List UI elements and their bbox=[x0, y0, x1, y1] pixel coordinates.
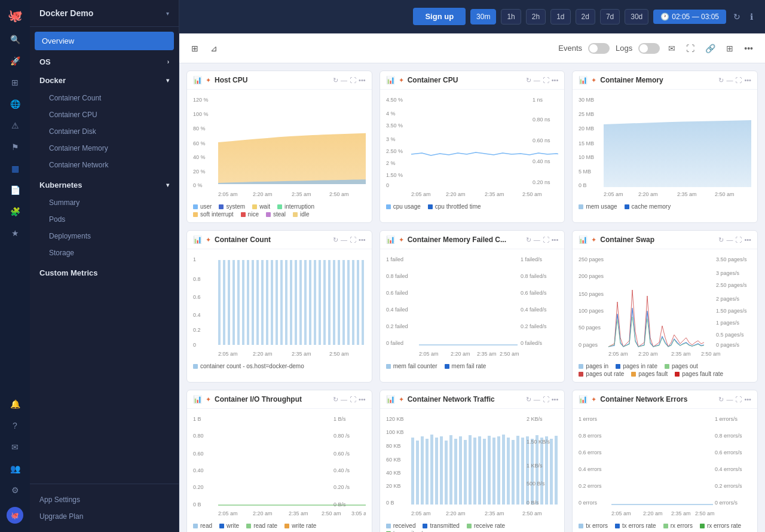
chart-more-container-count[interactable]: ••• bbox=[359, 236, 366, 244]
nav-sub-item-summary[interactable]: Summary bbox=[30, 194, 179, 211]
upgrade-plan-link[interactable]: Upgrade Plan bbox=[39, 508, 169, 525]
bell-icon[interactable]: 🔔 bbox=[10, 399, 20, 409]
help-icon[interactable]: ? bbox=[13, 421, 17, 430]
logs-toggle[interactable] bbox=[638, 43, 660, 54]
nav-item-custom-metrics[interactable]: Custom Metrics bbox=[30, 264, 179, 282]
chart-expand-host-cpu[interactable]: ⛶ bbox=[350, 77, 356, 84]
time-range-button[interactable]: 🕐 02:05 — 03:05 bbox=[653, 10, 726, 24]
chart-more-container-memory-failed[interactable]: ••• bbox=[552, 236, 559, 244]
signup-button[interactable]: Sign up bbox=[413, 8, 466, 25]
time-btn-30m[interactable]: 30m bbox=[470, 9, 496, 25]
chart-refresh-container-count[interactable]: ↻ bbox=[333, 236, 338, 244]
chart-more-host-cpu[interactable]: ••• bbox=[359, 77, 366, 84]
svg-text:2:50 am: 2:50 am bbox=[701, 351, 721, 357]
nav-sub-item-container-cpu[interactable]: Container CPU bbox=[30, 106, 179, 123]
chart-expand-container-memory-failed[interactable]: ⛶ bbox=[543, 236, 549, 244]
chart-refresh-container-cpu[interactable]: ↻ bbox=[526, 77, 531, 84]
time-btn-7d[interactable]: 7d bbox=[600, 9, 620, 25]
time-btn-2h[interactable]: 2h bbox=[526, 9, 546, 25]
chart-minimize-host-cpu[interactable]: — bbox=[341, 77, 347, 84]
nav-item-docker[interactable]: Docker ▾ bbox=[30, 71, 179, 90]
nav-sub-item-container-count[interactable]: Container Count bbox=[30, 90, 179, 106]
chart-refresh-container-memory-failed[interactable]: ↻ bbox=[526, 236, 531, 244]
time-btn-30d[interactable]: 30d bbox=[625, 9, 648, 25]
grid-icon[interactable]: ⊞ bbox=[11, 78, 19, 87]
user-avatar[interactable]: 🐙 bbox=[7, 507, 23, 524]
server-icon[interactable]: ▦ bbox=[11, 164, 19, 173]
refresh-button[interactable]: ↻ bbox=[731, 10, 743, 24]
chart-refresh-host-cpu[interactable]: ↻ bbox=[333, 77, 338, 84]
globe-icon[interactable]: 🌐 bbox=[10, 99, 20, 109]
more-options-button[interactable]: ••• bbox=[742, 41, 755, 56]
chart-actions-host-cpu: ↻ — ⛶ ••• bbox=[333, 77, 366, 84]
app-settings-link[interactable]: App Settings bbox=[39, 491, 169, 508]
chart-more-container-memory[interactable]: ••• bbox=[744, 77, 751, 84]
chart-minimize-container-network-errors[interactable]: — bbox=[726, 396, 733, 403]
chart-refresh-container-swap[interactable]: ↻ bbox=[718, 236, 724, 244]
chart-refresh-container-memory[interactable]: ↻ bbox=[718, 77, 724, 84]
chart-expand-container-io[interactable]: ⛶ bbox=[350, 396, 356, 403]
svg-rect-172 bbox=[521, 438, 524, 505]
puzzle-icon[interactable]: 🧩 bbox=[10, 207, 20, 216]
nav-sub-item-container-network[interactable]: Container Network bbox=[30, 157, 179, 173]
nav-item-os[interactable]: OS › bbox=[30, 53, 179, 71]
nav-item-overview[interactable]: Overview bbox=[35, 32, 174, 50]
settings-icon[interactable]: ⚙ bbox=[11, 485, 19, 495]
chart-more-container-network-errors[interactable]: ••• bbox=[744, 396, 751, 403]
svg-rect-78 bbox=[362, 260, 364, 345]
events-label: Events bbox=[558, 44, 582, 53]
mail-toolbar-icon[interactable]: ✉ bbox=[666, 41, 678, 56]
legend-container-swap: pages in pages in rate pages out pages o… bbox=[579, 363, 751, 377]
dashboard-grid-button[interactable]: ⊞ bbox=[189, 41, 201, 56]
file-icon[interactable]: 📄 bbox=[10, 185, 20, 195]
chart-minimize-container-network-traffic[interactable]: — bbox=[534, 396, 540, 403]
nav-sub-item-deployments[interactable]: Deployments bbox=[30, 228, 179, 244]
search-icon[interactable]: 🔍 bbox=[10, 35, 20, 44]
chart-minimize-container-io[interactable]: — bbox=[341, 396, 347, 403]
chart-more-container-cpu[interactable]: ••• bbox=[552, 77, 559, 84]
svg-rect-173 bbox=[526, 436, 529, 505]
chart-actions-container-cpu: ↻ — ⛶ ••• bbox=[526, 77, 559, 84]
link-icon[interactable]: 🔗 bbox=[703, 41, 718, 56]
chart-refresh-container-network-errors[interactable]: ↻ bbox=[718, 396, 724, 403]
chart-expand-container-swap[interactable]: ⛶ bbox=[735, 236, 742, 244]
time-btn-1d[interactable]: 1d bbox=[550, 9, 570, 25]
chart-more-container-swap[interactable]: ••• bbox=[744, 236, 751, 244]
chart-minimize-container-memory-failed[interactable]: — bbox=[534, 236, 540, 244]
flag-icon[interactable]: ⚑ bbox=[11, 142, 19, 152]
chart-expand-container-memory[interactable]: ⛶ bbox=[735, 77, 742, 84]
mail-icon[interactable]: ✉ bbox=[11, 442, 19, 452]
chart-minimize-container-memory[interactable]: — bbox=[726, 77, 733, 84]
chart-more-container-network-traffic[interactable]: ••• bbox=[552, 396, 559, 403]
nav-sub-item-container-disk[interactable]: Container Disk bbox=[30, 123, 179, 140]
team-icon[interactable]: 👥 bbox=[10, 464, 20, 473]
svg-rect-64 bbox=[295, 260, 297, 345]
puzzle-toolbar-icon[interactable]: ⊞ bbox=[724, 41, 736, 56]
chart-expand-container-network-errors[interactable]: ⛶ bbox=[735, 396, 742, 403]
alert-icon[interactable]: ⚠ bbox=[11, 121, 19, 130]
star-icon[interactable]: ★ bbox=[11, 228, 19, 238]
time-btn-1h[interactable]: 1h bbox=[501, 9, 521, 25]
chart-refresh-container-io[interactable]: ↻ bbox=[333, 396, 338, 403]
nav-sub-item-container-memory[interactable]: Container Memory bbox=[30, 140, 179, 157]
chart-expand-container-network-traffic[interactable]: ⛶ bbox=[543, 396, 549, 403]
chart-minimize-container-count[interactable]: — bbox=[341, 236, 347, 244]
fullscreen-icon[interactable]: ⛶ bbox=[684, 41, 697, 56]
svg-text:100 KB: 100 KB bbox=[386, 429, 404, 435]
svg-rect-174 bbox=[531, 439, 534, 505]
chart-refresh-container-network-traffic[interactable]: ↻ bbox=[526, 396, 531, 403]
chart-expand-container-count[interactable]: ⛶ bbox=[350, 236, 356, 244]
nav-item-kubernetes[interactable]: Kubernetes ▾ bbox=[30, 176, 179, 194]
chart-minimize-container-swap[interactable]: — bbox=[726, 236, 733, 244]
events-toggle[interactable] bbox=[588, 43, 610, 54]
chart-expand-container-cpu[interactable]: ⛶ bbox=[543, 77, 549, 84]
nav-sub-item-pods[interactable]: Pods bbox=[30, 211, 179, 228]
time-btn-2d[interactable]: 2d bbox=[576, 9, 595, 25]
info-button[interactable]: ℹ bbox=[748, 10, 755, 24]
chart-minimize-container-cpu[interactable]: — bbox=[534, 77, 540, 84]
nav-sub-item-storage[interactable]: Storage bbox=[30, 244, 179, 261]
rocket-icon[interactable]: 🚀 bbox=[10, 56, 20, 66]
chart-more-container-io[interactable]: ••• bbox=[359, 396, 366, 403]
filter-button[interactable]: ⊿ bbox=[208, 41, 220, 56]
svg-rect-154 bbox=[435, 438, 438, 505]
